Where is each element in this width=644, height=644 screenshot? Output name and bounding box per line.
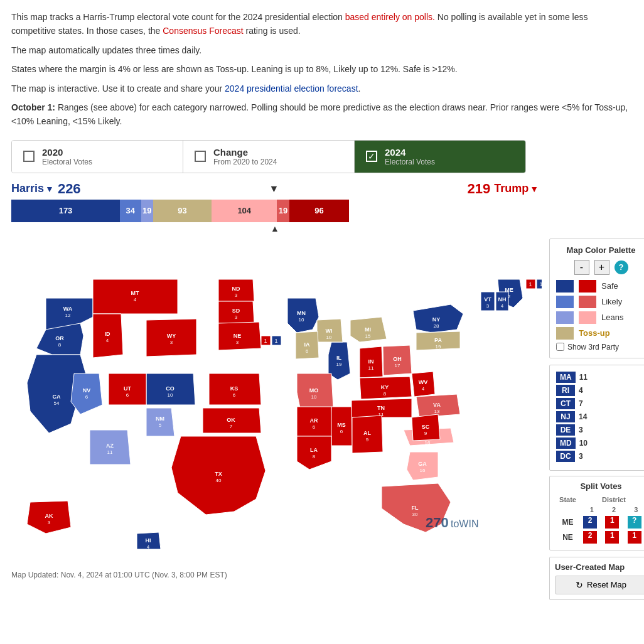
toggle-2024-label: 2024 bbox=[385, 147, 435, 158]
trump-name[interactable]: Trump bbox=[494, 182, 529, 195]
state-name-ct: CT bbox=[556, 398, 575, 409]
state-ia[interactable] bbox=[296, 331, 319, 359]
state-nh[interactable] bbox=[496, 292, 508, 311]
state-sc[interactable] bbox=[412, 414, 440, 441]
toggle-2024[interactable]: ✓ 2024 Electoral Votes bbox=[355, 141, 525, 173]
bar-tossup: 93 bbox=[153, 200, 212, 222]
ne-total: 2 bbox=[583, 531, 597, 544]
reset-label: Reset Map bbox=[587, 580, 626, 589]
user-map-section: User-Created Map ↻ Reset Map bbox=[549, 557, 644, 600]
toggle-change-label: Change bbox=[213, 147, 277, 158]
state-ks[interactable] bbox=[209, 373, 261, 405]
state-sd[interactable] bbox=[218, 301, 254, 323]
ne-d1-vote: 1 bbox=[605, 531, 619, 544]
state-mo[interactable] bbox=[297, 373, 333, 408]
split-col-3: 3 bbox=[625, 505, 644, 515]
state-ok[interactable] bbox=[203, 408, 261, 433]
toggle-2020-label: 2020 bbox=[42, 147, 92, 158]
legend-likely-rep-box bbox=[579, 296, 596, 308]
bar-leans-dem: 19 bbox=[141, 200, 153, 222]
ne-d2-vote: 1 bbox=[628, 531, 641, 544]
palette-plus-btn[interactable]: + bbox=[594, 260, 609, 275]
consensus-link[interactable]: Consensus Forecast bbox=[163, 26, 243, 36]
palette-section: Map Color Palette - + ? Safe Likely bbox=[549, 239, 644, 358]
state-mi[interactable] bbox=[350, 317, 387, 342]
checkbox-change bbox=[195, 151, 206, 162]
view-toggle-bar: 2020 Electoral Votes Change From 2020 to… bbox=[11, 140, 526, 173]
footer-text: Map Updated: Nov. 4, 2024 at 01:00 UTC (… bbox=[11, 571, 227, 579]
state-name-ri: RI bbox=[556, 385, 575, 396]
legend-likely-label: Likely bbox=[601, 297, 622, 306]
october-bold: October 1: bbox=[11, 102, 55, 112]
state-name-de: DE bbox=[556, 424, 575, 436]
state-ky[interactable] bbox=[360, 377, 412, 399]
state-hi[interactable] bbox=[137, 532, 161, 549]
state-la[interactable] bbox=[297, 436, 331, 470]
legend-likely: Likely bbox=[556, 296, 644, 308]
score-header: Harris ▼ 226 ▼ 219 Trump ▼ bbox=[11, 181, 539, 197]
state-oh[interactable] bbox=[383, 345, 412, 375]
svg-text:1: 1 bbox=[274, 338, 277, 344]
center-arrow-down: ▼ bbox=[269, 183, 279, 195]
harris-name[interactable]: Harris bbox=[11, 182, 44, 195]
state-wy[interactable] bbox=[146, 319, 196, 357]
score-section: Harris ▼ 226 ▼ 219 Trump ▼ 173 34 19 93 … bbox=[11, 181, 633, 233]
bar-likely-rep: 19 bbox=[277, 200, 289, 222]
toggle-change[interactable]: Change From 2020 to 2024 bbox=[183, 141, 355, 173]
legend-tossup-box bbox=[556, 327, 574, 340]
state-or[interactable] bbox=[36, 323, 83, 355]
state-tx[interactable] bbox=[171, 436, 266, 515]
show-3rd-checkbox[interactable] bbox=[556, 343, 564, 351]
state-nm[interactable] bbox=[146, 408, 174, 436]
state-wv[interactable] bbox=[412, 372, 435, 397]
state-vt[interactable] bbox=[481, 292, 495, 311]
state-al[interactable] bbox=[352, 416, 383, 453]
show-3rd-label[interactable]: Show 3rd Party bbox=[567, 343, 619, 352]
state-ny[interactable] bbox=[413, 304, 463, 333]
state-nv[interactable] bbox=[71, 373, 102, 414]
state-badge-dc: DC 3 bbox=[556, 451, 644, 462]
state-in[interactable] bbox=[360, 346, 383, 378]
reset-icon: ↻ bbox=[576, 580, 583, 590]
state-badge-nj: NJ 14 bbox=[556, 411, 644, 422]
state-wa[interactable] bbox=[46, 298, 93, 330]
state-wi[interactable] bbox=[317, 319, 343, 342]
state-co[interactable] bbox=[146, 373, 195, 405]
bar-likely-dem: 34 bbox=[120, 200, 141, 222]
state-name-dc: DC bbox=[556, 451, 575, 462]
palette-help-btn[interactable]: ? bbox=[614, 260, 628, 274]
state-va[interactable] bbox=[416, 394, 460, 417]
me-total: 2 bbox=[583, 516, 597, 529]
state-az[interactable] bbox=[90, 430, 131, 464]
state-ga[interactable] bbox=[407, 452, 438, 480]
reset-map-button[interactable]: ↻ Reset Map bbox=[555, 576, 644, 594]
harris-dropdown-arrow[interactable]: ▼ bbox=[45, 184, 54, 194]
us-electoral-map[interactable]: WA 12 OR 8 CA 54 NY 28 IL 19 M bbox=[11, 239, 542, 565]
state-ak[interactable] bbox=[27, 501, 71, 534]
forecast-link[interactable]: 2024 presidential election forecast bbox=[225, 83, 358, 94]
state-nd[interactable] bbox=[218, 279, 254, 301]
state-mn[interactable] bbox=[287, 298, 319, 333]
state-ut[interactable] bbox=[109, 373, 146, 405]
state-badge-ma: MA 11 bbox=[556, 372, 644, 383]
toggle-2020[interactable]: 2020 Electoral Votes bbox=[12, 141, 183, 173]
intro-line5: October 1: Ranges (see above) for each c… bbox=[11, 100, 633, 129]
trump-dropdown-arrow[interactable]: ▼ bbox=[530, 184, 539, 194]
intro-line1: This map tracks a Harris-Trump electoral… bbox=[11, 10, 633, 38]
legend-leans-rep-box bbox=[579, 311, 596, 324]
svg-text:1: 1 bbox=[529, 281, 532, 287]
state-ms[interactable] bbox=[331, 407, 352, 446]
state-ar[interactable] bbox=[297, 407, 333, 436]
palette-minus-btn[interactable]: - bbox=[574, 260, 589, 275]
palette-controls: - + ? bbox=[556, 260, 644, 275]
state-badge-de: DE 3 bbox=[556, 424, 644, 436]
state-mt[interactable] bbox=[93, 279, 178, 314]
state-tn[interactable] bbox=[352, 399, 412, 417]
split-header-state: State bbox=[555, 495, 581, 505]
state-ne[interactable] bbox=[218, 322, 261, 350]
state-id[interactable] bbox=[93, 314, 123, 358]
state-pa[interactable] bbox=[416, 331, 460, 350]
watermark-sub: toWIN bbox=[451, 518, 478, 529]
small-states-section: MA 11 RI 4 CT 7 NJ 14 DE 3 bbox=[549, 365, 644, 471]
state-badge-ct: CT 7 bbox=[556, 398, 644, 409]
